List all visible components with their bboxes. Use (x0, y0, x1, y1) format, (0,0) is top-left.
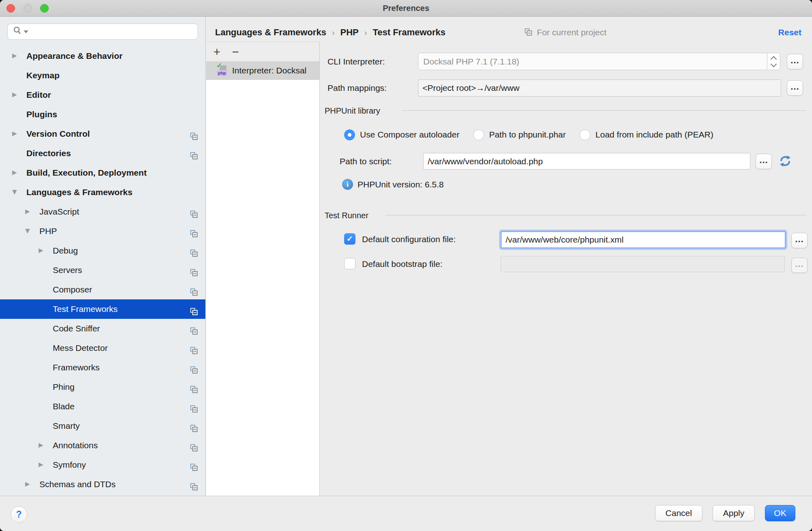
default-bootstrap-file-field[interactable] (501, 256, 785, 272)
remove-interpreter-button[interactable]: − (232, 44, 251, 60)
sidebar-item-directories[interactable]: Directories (0, 144, 206, 163)
radio-option-path-to-phpunit-phar[interactable]: Path to phpunit.phar (473, 129, 566, 140)
radio-option-label: Load from include path (PEAR) (595, 130, 713, 140)
cli-interpreter-stepper[interactable] (767, 53, 780, 70)
sidebar-item-label: Test Frameworks (53, 299, 118, 319)
cli-interpreter-value: Docksal PHP 7.1 (7.1.18) (418, 57, 767, 67)
sidebar-item-mess-detector[interactable]: Mess Detector (0, 338, 206, 358)
copy-settings-icon (189, 207, 199, 217)
default-bootstrap-file-checkbox[interactable] (344, 258, 355, 269)
sidebar-item-blade[interactable]: Blade (0, 397, 206, 416)
sidebar-item-schemas-and-dtds[interactable]: ▶Schemas and DTDs (0, 475, 206, 494)
path-to-script-field[interactable]: /var/www/vendor/autoload.php (423, 153, 750, 170)
sidebar-item-editor[interactable]: ▶Editor (0, 85, 206, 105)
expand-chevron-icon[interactable]: ▶ (39, 436, 43, 455)
cli-interpreter-select[interactable]: Docksal PHP 7.1 (7.1.18) (418, 53, 780, 70)
sidebar-item-debug[interactable]: ▶Debug (0, 241, 206, 260)
breadcrumb-item-languages-frameworks[interactable]: Languages & Frameworks (215, 27, 326, 38)
window-title: Preferences (0, 0, 812, 16)
sidebar-item-plugins[interactable]: Plugins (0, 105, 206, 124)
expand-chevron-icon[interactable]: ▶ (39, 455, 43, 475)
php-interpreter-icon: ✓ php (217, 64, 228, 77)
default-bootstrap-file-browse-button[interactable]: ... (791, 258, 808, 273)
breadcrumb-separator: › (332, 28, 335, 37)
sidebar-item-label: Annotations (53, 436, 98, 455)
sidebar-item-code-sniffer[interactable]: Code Sniffer (0, 319, 206, 338)
expand-chevron-icon[interactable]: ▶ (12, 85, 17, 105)
sidebar-item-languages-frameworks[interactable]: ▼Languages & Frameworks (0, 183, 206, 202)
interpreter-list-item[interactable]: ✓ php Interpreter: Docksal (206, 61, 319, 80)
sidebar-item-javascript[interactable]: ▶JavaScript (0, 202, 206, 221)
preferences-window: Preferences ▶Appearance & BehaviorKeymap… (0, 0, 812, 531)
copy-settings-icon (189, 285, 199, 295)
radio-selected-icon[interactable] (344, 129, 355, 140)
cli-interpreter-browse-button[interactable]: ... (787, 54, 803, 69)
interpreters-panel: + − ✓ php Interpreter: Docksal (206, 42, 320, 496)
sidebar-item-label: Debug (53, 241, 78, 260)
sidebar-item-phing[interactable]: Phing (0, 377, 206, 397)
sidebar-item-annotations[interactable]: ▶Annotations (0, 436, 206, 455)
search-icon (13, 26, 22, 37)
breadcrumb: Languages & Frameworks›PHP›Test Framewor… (215, 24, 446, 41)
expand-chevron-icon[interactable]: ▶ (25, 202, 30, 221)
sidebar-item-smarty[interactable]: Smarty (0, 416, 206, 436)
breadcrumb-item-php[interactable]: PHP (340, 27, 359, 38)
sidebar-item-servers[interactable]: Servers (0, 260, 206, 280)
copy-settings-icon (189, 479, 199, 489)
sidebar-item-label: Plugins (26, 105, 57, 124)
apply-button[interactable]: Apply (713, 505, 755, 521)
ok-button[interactable]: OK (765, 505, 795, 521)
sidebar-item-test-frameworks[interactable]: Test Frameworks (0, 299, 206, 319)
sidebar-item-symfony[interactable]: ▶Symfony (0, 455, 206, 475)
copy-settings-icon (189, 343, 199, 353)
sidebar-item-label: Code Sniffer (53, 319, 100, 338)
title-bar: Preferences (0, 0, 812, 17)
search-filter-chevron-icon[interactable] (24, 30, 28, 33)
settings-sidebar: ▶Appearance & BehaviorKeymap▶EditorPlugi… (0, 17, 206, 496)
path-to-script-browse-button[interactable]: ... (756, 154, 772, 169)
radio-option-use-composer-autoloader[interactable]: Use Composer autoloader (344, 129, 459, 140)
expand-chevron-icon[interactable]: ▶ (12, 46, 17, 66)
expand-chevron-icon[interactable]: ▶ (39, 241, 43, 260)
default-configuration-file-browse-button[interactable]: ... (791, 233, 808, 248)
copy-settings-icon (189, 246, 199, 256)
expand-chevron-icon[interactable]: ▶ (12, 124, 17, 144)
add-interpreter-button[interactable]: + (213, 44, 232, 60)
reload-phpunit-version-icon[interactable] (778, 153, 793, 170)
info-icon: i (342, 179, 353, 190)
breadcrumb-item-test-frameworks[interactable]: Test Frameworks (373, 27, 445, 38)
radio-option-label: Path to phpunit.phar (489, 130, 566, 140)
search-input[interactable] (7, 24, 198, 40)
help-button[interactable]: ? (11, 506, 27, 523)
test-runner-section-title: Test Runner (325, 209, 368, 221)
sidebar-item-composer[interactable]: Composer (0, 280, 206, 299)
radio-unselected-icon[interactable] (579, 129, 590, 140)
path-mappings-browse-button[interactable]: ... (787, 80, 803, 96)
copy-settings-icon (189, 324, 199, 333)
default-configuration-file-field[interactable]: /var/www/web/core/phpunit.xml (501, 231, 786, 248)
radio-unselected-icon[interactable] (473, 129, 484, 140)
collapse-chevron-icon[interactable]: ▼ (25, 221, 30, 241)
sidebar-item-label: Directories (26, 144, 71, 163)
default-configuration-file-checkbox[interactable]: ✓ (344, 233, 355, 245)
sidebar-item-appearance-behavior[interactable]: ▶Appearance & Behavior (0, 46, 206, 66)
sidebar-item-label: Languages & Frameworks (26, 183, 132, 202)
radio-option-load-from-include-path-pear[interactable]: Load from include path (PEAR) (579, 129, 713, 140)
sidebar-item-build-execution-deployment[interactable]: ▶Build, Execution, Deployment (0, 163, 206, 183)
phpunit-library-section-divider (402, 110, 806, 111)
sidebar-item-keymap[interactable]: Keymap (0, 66, 206, 85)
reset-link[interactable]: Reset (778, 24, 801, 41)
sidebar-item-label: Blade (53, 397, 75, 416)
phpunit-library-radio-group: Use Composer autoloaderPath to phpunit.p… (344, 129, 713, 140)
expand-chevron-icon[interactable]: ▶ (12, 163, 17, 183)
sidebar-item-php[interactable]: ▼PHP (0, 221, 206, 241)
sidebar-item-label: Frameworks (53, 358, 100, 377)
path-mappings-field[interactable]: <Project root>→/var/www (418, 80, 781, 97)
sidebar-item-label: Schemas and DTDs (39, 475, 116, 494)
collapse-chevron-icon[interactable]: ▼ (12, 183, 17, 202)
expand-chevron-icon[interactable]: ▶ (25, 475, 30, 494)
cancel-button[interactable]: Cancel (655, 505, 702, 521)
sidebar-item-frameworks[interactable]: Frameworks (0, 358, 206, 377)
sidebar-item-version-control[interactable]: ▶Version Control (0, 124, 206, 144)
for-current-project-icon (523, 28, 533, 37)
